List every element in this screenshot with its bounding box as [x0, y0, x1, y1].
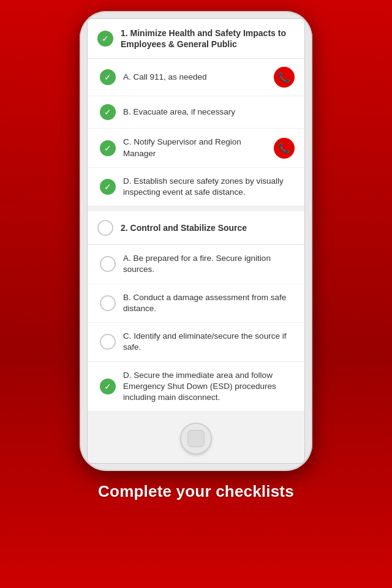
item-1d[interactable]: ✓ D. Establish secure safety zones by vi…: [88, 168, 304, 206]
section-1-header[interactable]: ✓ 1. Minimize Health and Safety Impacts …: [88, 19, 304, 59]
section-divider: [88, 206, 304, 211]
section-1-check: ✓: [97, 31, 113, 47]
checklist-container: ✓ 1. Minimize Health and Safety Impacts …: [88, 19, 304, 412]
checkmark-icon: ✓: [102, 34, 109, 43]
phone-frame: ✓ 1. Minimize Health and Safety Impacts …: [80, 11, 312, 471]
item-2c-text: C. Identify and eliminate/secure the sou…: [123, 331, 295, 353]
tagline: Complete your checklists: [98, 482, 294, 501]
section-2-header[interactable]: 2. Control and Stabilize Source: [88, 211, 304, 245]
item-2c-check: [100, 334, 116, 350]
checkmark-icon: ✓: [104, 108, 111, 116]
checkmark-icon: ✓: [104, 144, 111, 153]
item-1b-text: B. Evacuate area, if necessary: [123, 107, 295, 118]
item-1b[interactable]: ✓ B. Evacuate area, if necessary: [88, 96, 304, 129]
item-2c[interactable]: C. Identify and eliminate/secure the sou…: [88, 323, 304, 361]
item-2d-check: ✓: [100, 379, 116, 394]
item-2b[interactable]: B. Conduct a damage assessment from safe…: [88, 284, 304, 323]
call-button-1c[interactable]: 📞: [274, 138, 295, 159]
phone-icon: 📞: [278, 72, 290, 83]
item-2d-text: D. Secure the immediate area and follow …: [123, 370, 295, 404]
home-button[interactable]: [180, 423, 212, 454]
section-2-check: [97, 220, 113, 236]
section-1-title: 1. Minimize Health and Safety Impacts to…: [121, 28, 295, 50]
item-1c-check: ✓: [100, 140, 116, 156]
checkmark-icon: ✓: [104, 73, 111, 81]
item-1d-text: D. Establish secure safety zones by visu…: [123, 176, 295, 198]
phone-icon: 📞: [278, 142, 290, 154]
item-1a-text: A. Call 911, as needed: [123, 72, 266, 83]
item-2a-check: [100, 256, 116, 272]
item-2a[interactable]: A. Be prepared for a fire. Secure igniti…: [88, 245, 304, 284]
checkmark-icon: ✓: [104, 183, 111, 191]
item-1a[interactable]: ✓ A. Call 911, as needed 📞: [88, 59, 304, 96]
item-1c-text: C. Notify Supervisor and Region Manager: [123, 137, 266, 159]
item-2b-text: B. Conduct a damage assessment from safe…: [123, 292, 295, 314]
item-2a-text: A. Be prepared for a fire. Secure igniti…: [123, 253, 295, 275]
item-1a-check: ✓: [100, 69, 116, 85]
home-area: [88, 412, 304, 463]
item-2b-check: [100, 295, 116, 311]
phone-screen: ✓ 1. Minimize Health and Safety Impacts …: [87, 18, 305, 464]
home-button-inner: [187, 430, 205, 447]
call-button-1a[interactable]: 📞: [274, 67, 295, 88]
checkmark-icon: ✓: [104, 382, 111, 391]
item-1b-check: ✓: [100, 104, 116, 120]
item-1c[interactable]: ✓ C. Notify Supervisor and Region Manage…: [88, 129, 304, 167]
section-2-title: 2. Control and Stabilize Source: [121, 222, 247, 233]
item-2d[interactable]: ✓ D. Secure the immediate area and follo…: [88, 362, 304, 412]
item-1d-check: ✓: [100, 179, 116, 195]
